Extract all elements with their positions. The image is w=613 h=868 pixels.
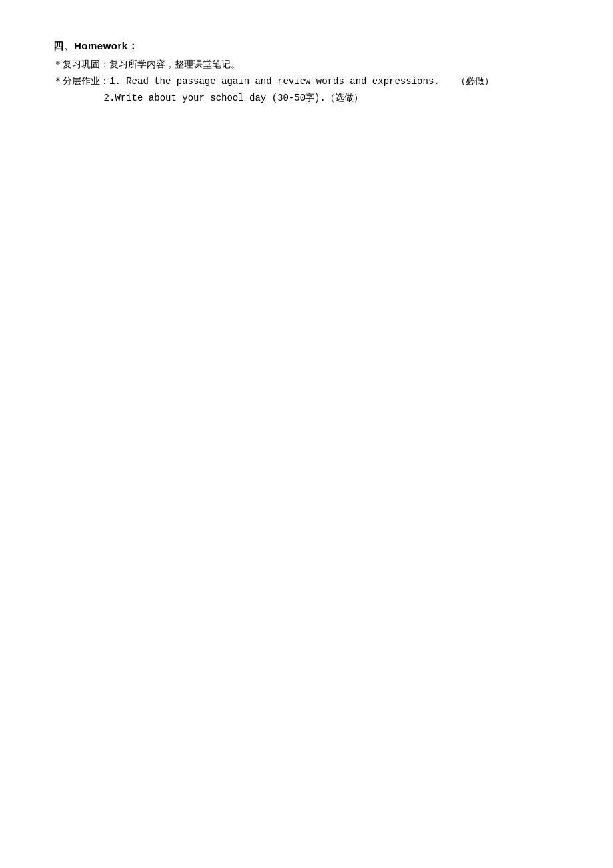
section-title: 四、Homework： <box>53 40 560 53</box>
page: 四、Homework： ＊复习巩固：复习所学内容，整理课堂笔记。 ＊分层作业：1… <box>0 0 613 868</box>
homework-line1: ＊分层作业：1. Read the passage again and revi… <box>53 73 560 90</box>
review-line: ＊复习巩固：复习所学内容，整理课堂笔记。 <box>53 57 560 73</box>
homework-line2: 2.Write about your school day (30-50字).（… <box>53 90 560 107</box>
section-header: 四、Homework： ＊复习巩固：复习所学内容，整理课堂笔记。 ＊分层作业：1… <box>53 40 560 107</box>
